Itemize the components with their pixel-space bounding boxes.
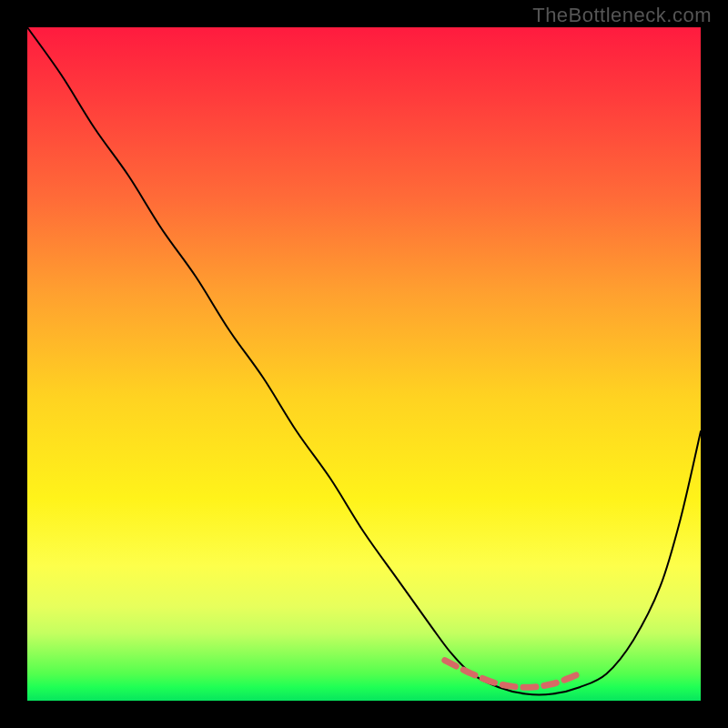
optimal-band-marker — [445, 661, 580, 688]
watermark-text: TheBottleneck.com — [532, 4, 712, 27]
bottleneck-curve — [27, 27, 701, 695]
chart-frame: TheBottleneck.com — [0, 0, 728, 728]
plot-area — [27, 27, 701, 701]
chart-overlay — [27, 27, 701, 701]
